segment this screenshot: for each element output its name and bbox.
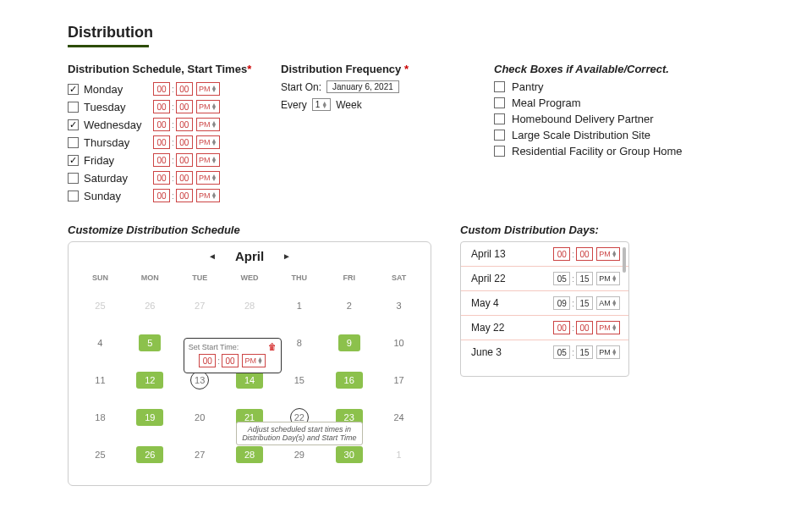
ampm-select[interactable]: PM▲▼ (196, 135, 220, 149)
scheduled-day[interactable]: 28 (236, 446, 263, 463)
calendar-cell[interactable]: 26 (125, 446, 175, 463)
day-checkbox[interactable] (68, 137, 79, 148)
day-checkbox[interactable] (68, 190, 79, 202)
calendar-cell[interactable]: 15 (274, 375, 324, 385)
ampm-select[interactable]: PM▲▼ (242, 354, 266, 367)
ampm-select[interactable]: PM▲▼ (596, 247, 620, 261)
availability-checkbox[interactable] (494, 130, 505, 141)
calendar-cell[interactable]: 13 (175, 371, 225, 389)
calendar-cell[interactable]: 27 (175, 301, 225, 311)
minute-input[interactable]: 00 (176, 118, 193, 131)
calendar-cell[interactable]: 2 (324, 301, 374, 311)
calendar-cell[interactable]: 25 (75, 301, 125, 311)
calendar-cell[interactable]: 24 (374, 412, 424, 422)
hour-input[interactable]: 00 (153, 153, 170, 167)
scheduled-day[interactable]: 12 (136, 372, 163, 389)
hour-input[interactable]: 00 (199, 354, 216, 367)
calendar-cell[interactable]: 12 (125, 372, 175, 389)
scheduled-day[interactable]: 9 (338, 334, 360, 351)
calendar-cell[interactable]: 19 (125, 409, 175, 426)
day-label: Wednesday (84, 119, 148, 131)
calendar-cell[interactable]: 5 (125, 334, 175, 351)
ampm-select[interactable]: PM▲▼ (596, 321, 620, 334)
minute-input[interactable]: 15 (576, 296, 593, 310)
day-checkbox[interactable] (68, 119, 79, 130)
availability-checkbox[interactable] (494, 113, 505, 124)
hour-input[interactable]: 00 (153, 118, 170, 131)
hour-input[interactable]: 00 (153, 82, 170, 96)
availability-checkbox[interactable] (494, 146, 505, 157)
ampm-select[interactable]: PM▲▼ (196, 100, 220, 113)
every-stepper[interactable]: 1▲▼ (312, 98, 332, 111)
minute-input[interactable]: 00 (176, 189, 193, 202)
hour-input[interactable]: 00 (153, 135, 170, 149)
day-checkbox[interactable] (68, 84, 79, 95)
calendar-cell[interactable]: 30 (324, 446, 374, 463)
calendar-cell[interactable]: 28 (225, 301, 275, 311)
next-month-icon[interactable]: ► (283, 251, 291, 261)
day-checkbox[interactable] (68, 155, 79, 166)
calendar-cell[interactable]: 10 (374, 338, 424, 348)
calendar-cell[interactable]: 9 (324, 334, 374, 351)
calendar-cell[interactable]: 29 (274, 450, 324, 460)
calendar-cell[interactable]: 4 (75, 338, 125, 348)
scheduled-day[interactable]: 14 (236, 372, 263, 389)
ampm-select[interactable]: PM▲▼ (596, 272, 620, 285)
hour-input[interactable]: 05 (553, 345, 570, 359)
scheduled-day[interactable]: 26 (136, 446, 163, 463)
minute-input[interactable]: 00 (576, 247, 593, 261)
ampm-select[interactable]: PM▲▼ (196, 189, 220, 202)
calendar-cell[interactable]: 3 (374, 301, 424, 311)
calendar-cell[interactable]: 17 (374, 375, 424, 385)
calendar-cell[interactable]: 26 (125, 301, 175, 311)
hour-input[interactable]: 00 (153, 171, 170, 185)
ampm-select[interactable]: PM▲▼ (596, 345, 620, 359)
calendar-cell[interactable]: 27 (175, 450, 225, 460)
calendar-cell[interactable]: 28 (225, 446, 275, 463)
minute-input[interactable]: 00 (222, 354, 239, 367)
minute-input[interactable]: 00 (176, 100, 193, 113)
ampm-select[interactable]: PM▲▼ (196, 118, 220, 131)
calendar-cell[interactable]: 16 (324, 372, 374, 389)
popover-label: Set Start Time: (189, 343, 239, 351)
calendar-cell[interactable]: 1 (374, 450, 424, 460)
hour-input[interactable]: 00 (153, 100, 170, 113)
calendar-cell[interactable]: 11 (75, 375, 125, 385)
calendar-cell[interactable]: 20 (175, 412, 225, 422)
custom-day[interactable]: 13 (190, 371, 209, 389)
calendar-cell[interactable]: 25 (75, 450, 125, 460)
hour-input[interactable]: 00 (553, 321, 570, 334)
availability-checkbox[interactable] (494, 81, 505, 92)
hour-input[interactable]: 09 (553, 296, 570, 310)
ampm-select[interactable]: AM▲▼ (596, 296, 620, 310)
trash-icon[interactable]: 🗑 (268, 342, 277, 351)
minute-input[interactable]: 00 (176, 153, 193, 167)
day-checkbox[interactable] (68, 173, 79, 184)
prev-month-icon[interactable]: ◄ (208, 251, 217, 261)
scrollbar[interactable] (623, 247, 626, 273)
calendar-cell[interactable]: 8 (274, 338, 324, 348)
hour-input[interactable]: 05 (553, 272, 570, 285)
hour-input[interactable]: 00 (153, 189, 170, 202)
minute-input[interactable]: 00 (176, 135, 193, 149)
calendar-cell[interactable]: 18 (75, 412, 125, 422)
minute-input[interactable]: 15 (576, 272, 593, 285)
minute-input[interactable]: 15 (576, 345, 593, 359)
minute-input[interactable]: 00 (576, 321, 593, 334)
scheduled-day[interactable]: 19 (136, 409, 163, 426)
scheduled-day[interactable]: 5 (139, 334, 161, 351)
start-on-picker[interactable]: January 6, 2021 (326, 80, 399, 93)
calendar-cell[interactable]: 1 (274, 301, 324, 311)
ampm-select[interactable]: PM▲▼ (196, 153, 220, 167)
scheduled-day[interactable]: 30 (336, 446, 363, 463)
ampm-select[interactable]: PM▲▼ (196, 171, 220, 185)
hour-input[interactable]: 00 (553, 247, 570, 261)
scheduled-day[interactable]: 16 (336, 372, 363, 389)
ampm-select[interactable]: PM▲▼ (196, 82, 220, 96)
day-checkbox[interactable] (68, 102, 79, 113)
calendar-cell[interactable]: 14 (225, 372, 275, 389)
calendar-cell[interactable]: 22Adjust scheduled start times in Distri… (274, 408, 324, 427)
minute-input[interactable]: 00 (176, 82, 193, 96)
availability-checkbox[interactable] (494, 97, 505, 108)
minute-input[interactable]: 00 (176, 171, 193, 185)
